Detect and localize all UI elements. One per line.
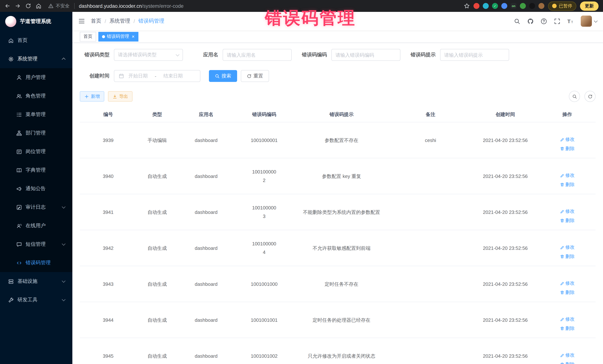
gear-icon bbox=[8, 56, 14, 62]
font-size-icon[interactable]: TT bbox=[567, 18, 574, 24]
delete-button[interactable]: 删除 bbox=[560, 360, 575, 364]
sidebar-item-label: 字典管理 bbox=[26, 167, 46, 174]
date-separator: - bbox=[155, 73, 156, 79]
date-range-picker[interactable]: 开始日期 - 结束日期 bbox=[114, 70, 200, 82]
delete-button[interactable]: 删除 bbox=[560, 288, 575, 297]
breadcrumb-system[interactable]: 系统管理 bbox=[109, 18, 130, 24]
search-icon[interactable] bbox=[514, 18, 520, 24]
edit-button[interactable]: 修改 bbox=[560, 135, 575, 144]
org-icon bbox=[16, 130, 22, 136]
svg-text:T: T bbox=[571, 20, 573, 24]
delete-button[interactable]: 删除 bbox=[560, 252, 575, 261]
sidebar-item[interactable]: 首页 bbox=[0, 31, 72, 50]
cell-code: 100100000 4 bbox=[234, 230, 294, 266]
trash-icon bbox=[560, 362, 564, 364]
update-button[interactable]: 更新 bbox=[580, 1, 599, 11]
tab-home[interactable]: 首页 bbox=[80, 32, 96, 41]
search-button[interactable]: 搜索 bbox=[209, 70, 237, 82]
hamburger-icon[interactable] bbox=[78, 18, 85, 24]
help-icon[interactable] bbox=[541, 18, 547, 24]
main-area: 首页 / 系统管理 / 错误码管理 TT bbox=[72, 12, 603, 364]
edit-icon bbox=[560, 209, 564, 214]
chevron-icon bbox=[62, 242, 66, 246]
sidebar-item[interactable]: 通知公告 bbox=[0, 179, 72, 198]
sidebar-item[interactable]: 错误码管理 bbox=[0, 254, 72, 272]
cell-message: 参数配置不存在 bbox=[294, 122, 389, 158]
teal-drop-icon[interactable] bbox=[483, 3, 489, 9]
emoji-face-icon bbox=[552, 4, 557, 8]
sidebar-item-label: 岗位管理 bbox=[26, 148, 46, 155]
add-button[interactable]: 新增 bbox=[80, 91, 104, 101]
filter-input[interactable] bbox=[440, 49, 509, 61]
forward-icon[interactable] bbox=[15, 3, 21, 9]
delete-button[interactable]: 删除 bbox=[560, 144, 575, 153]
filter-input[interactable] bbox=[331, 49, 400, 61]
fullscreen-icon[interactable] bbox=[554, 18, 560, 24]
divider bbox=[74, 3, 74, 9]
toggle-search-button[interactable] bbox=[569, 91, 580, 102]
address-bar[interactable]: dashboard.yudao.iocoder.cn/system/error-… bbox=[79, 3, 184, 9]
back-icon[interactable] bbox=[4, 3, 10, 9]
delete-button[interactable]: 删除 bbox=[560, 216, 575, 225]
green-ext-icon[interactable] bbox=[520, 3, 526, 9]
export-button[interactable]: 导出 bbox=[108, 91, 132, 101]
paused-badge[interactable]: 已暂停 bbox=[548, 1, 576, 11]
sidebar-item[interactable]: 部门管理 bbox=[0, 124, 72, 142]
cell-message: 不允许获取敏感配置到前端 bbox=[294, 230, 389, 266]
switch-on-icon[interactable]: on bbox=[510, 3, 517, 9]
cell-time: 2021-04-20 23:52:56 bbox=[472, 338, 539, 364]
edit-button[interactable]: 修改 bbox=[560, 279, 575, 288]
bookmark-star-icon[interactable] bbox=[464, 3, 470, 9]
cell-code: 1001000001 bbox=[234, 122, 294, 158]
sidebar-item[interactable]: 用户管理 bbox=[0, 68, 72, 87]
edit-button[interactable]: 修改 bbox=[560, 243, 575, 252]
edit-button[interactable]: 修改 bbox=[560, 315, 575, 324]
sidebar-item[interactable]: 短信管理 bbox=[0, 235, 72, 254]
app-logo[interactable]: 芋道管理系统 bbox=[0, 12, 72, 31]
breadcrumb-home[interactable]: 首页 bbox=[91, 18, 101, 24]
sidebar-item[interactable]: 菜单管理 bbox=[0, 105, 72, 124]
navbar-actions: TT bbox=[514, 16, 597, 27]
filter-field: 错误码类型 请选择错误码类型 bbox=[80, 49, 183, 61]
edit-button[interactable]: 修改 bbox=[560, 351, 575, 360]
col-header-type: 类型 bbox=[137, 107, 178, 122]
sidebar-item[interactable]: 角色管理 bbox=[0, 87, 72, 105]
sidebar-item-label: 系统管理 bbox=[17, 55, 37, 62]
cell-time: 2021-04-20 23:52:56 bbox=[472, 194, 539, 230]
home-icon[interactable] bbox=[36, 3, 42, 9]
logo-image bbox=[5, 16, 16, 27]
delete-button[interactable]: 删除 bbox=[560, 324, 575, 333]
filter-select[interactable]: 请选择错误码类型 bbox=[114, 49, 183, 61]
sidebar-item[interactable]: 系统管理 bbox=[0, 50, 72, 68]
reload-icon[interactable] bbox=[25, 3, 31, 9]
dark-ext-icon[interactable] bbox=[529, 3, 535, 9]
blue-grid-icon[interactable] bbox=[501, 3, 507, 9]
edit-button[interactable]: 修改 bbox=[560, 171, 575, 180]
sidebar-item[interactable]: 基础设施 bbox=[0, 272, 72, 291]
col-header-code: 错误码编码 bbox=[234, 107, 294, 122]
site-security[interactable]: 不安全 bbox=[48, 3, 70, 9]
sidebar-item[interactable]: 审计日志 bbox=[0, 198, 72, 217]
filter-input[interactable] bbox=[223, 49, 292, 61]
red-record-icon[interactable] bbox=[474, 3, 479, 9]
profile-avatar-icon[interactable] bbox=[538, 3, 544, 9]
filter-label: 创建时间 bbox=[80, 73, 109, 79]
edit-button[interactable]: 修改 bbox=[560, 207, 575, 216]
refresh-table-button[interactable] bbox=[584, 91, 596, 102]
sidebar-item[interactable]: 在线用户 bbox=[0, 217, 72, 235]
sidebar-item[interactable]: 研发工具 bbox=[0, 291, 72, 309]
green-check-icon[interactable]: ✓ bbox=[492, 3, 498, 9]
sidebar-item[interactable]: 字典管理 bbox=[0, 161, 72, 179]
tab-error-code[interactable]: 错误码管理 × bbox=[98, 32, 138, 41]
delete-button[interactable]: 删除 bbox=[560, 180, 575, 189]
cell-actions: 修改 删除 bbox=[539, 158, 596, 194]
sidebar-item-label: 审计日志 bbox=[26, 204, 46, 210]
col-header-id: 编号 bbox=[80, 107, 137, 122]
sidebar-item[interactable]: 岗位管理 bbox=[0, 142, 72, 161]
app-title: 芋道管理系统 bbox=[20, 18, 51, 25]
close-tab-icon[interactable]: × bbox=[132, 34, 135, 39]
github-icon[interactable] bbox=[527, 18, 533, 24]
cell-memo bbox=[389, 302, 472, 338]
user-menu[interactable] bbox=[581, 16, 597, 27]
reset-button[interactable]: 重置 bbox=[241, 70, 269, 82]
